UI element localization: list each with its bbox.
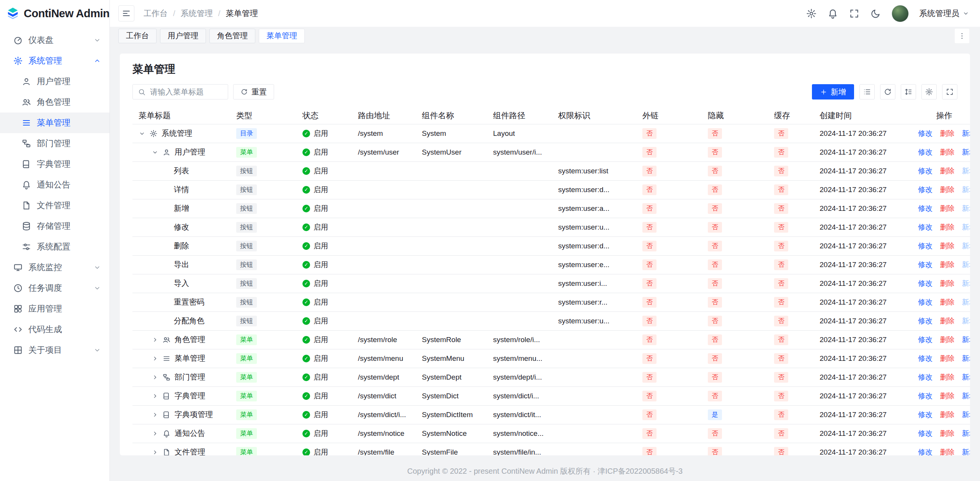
delete-link[interactable]: 删除 bbox=[940, 411, 954, 419]
reset-button[interactable]: 重置 bbox=[233, 84, 274, 99]
edit-link[interactable]: 修改 bbox=[918, 167, 933, 175]
delete-link[interactable]: 删除 bbox=[940, 279, 954, 287]
sidebar-collapse-button[interactable] bbox=[118, 5, 134, 21]
sidebar-item[interactable]: 任务调度 bbox=[0, 278, 109, 298]
add-link[interactable]: 新增 bbox=[962, 129, 970, 137]
sidebar-subitem[interactable]: 角色管理 bbox=[0, 92, 109, 113]
chevron-right-icon[interactable] bbox=[152, 336, 158, 343]
menu-title-cell: 删除 bbox=[139, 241, 224, 251]
tab[interactable]: 工作台 bbox=[118, 29, 157, 43]
chevron-right-icon[interactable] bbox=[152, 430, 158, 437]
delete-link[interactable]: 删除 bbox=[940, 261, 954, 269]
delete-link[interactable]: 删除 bbox=[940, 448, 954, 456]
component-path-cell bbox=[487, 236, 552, 255]
table-fullscreen-button[interactable] bbox=[942, 84, 957, 99]
delete-link[interactable]: 删除 bbox=[940, 336, 954, 344]
delete-link[interactable]: 删除 bbox=[940, 167, 954, 175]
delete-link[interactable]: 删除 bbox=[940, 204, 954, 212]
edit-link[interactable]: 修改 bbox=[918, 317, 933, 325]
chevron-right-icon[interactable] bbox=[152, 374, 158, 381]
edit-link[interactable]: 修改 bbox=[918, 411, 933, 419]
chevron-right-icon[interactable] bbox=[152, 411, 158, 418]
edit-link[interactable]: 修改 bbox=[918, 298, 933, 306]
tab[interactable]: 菜单管理 bbox=[259, 29, 305, 43]
tab[interactable]: 角色管理 bbox=[209, 29, 255, 43]
sidebar-subitem[interactable]: 部门管理 bbox=[0, 133, 109, 154]
brand[interactable]: ContiNew Admin bbox=[0, 0, 109, 27]
chevron-right-icon[interactable] bbox=[152, 449, 158, 456]
chevron-right-icon[interactable] bbox=[152, 393, 158, 399]
sidebar-subitem[interactable]: 用户管理 bbox=[0, 71, 109, 92]
column-settings-button[interactable] bbox=[921, 84, 937, 99]
delete-link[interactable]: 删除 bbox=[940, 373, 954, 381]
edit-link[interactable]: 修改 bbox=[918, 148, 933, 156]
delete-link[interactable]: 删除 bbox=[940, 429, 954, 437]
edit-link[interactable]: 修改 bbox=[918, 279, 933, 287]
edit-link[interactable]: 修改 bbox=[918, 448, 933, 456]
tab-more-button[interactable] bbox=[955, 29, 969, 43]
add-link[interactable]: 新增 bbox=[962, 392, 970, 400]
menu-title: 导入 bbox=[174, 278, 189, 289]
edit-link[interactable]: 修改 bbox=[918, 186, 933, 194]
sidebar-subitem[interactable]: 通知公告 bbox=[0, 174, 109, 195]
gear-icon[interactable] bbox=[806, 8, 817, 19]
breadcrumb-item[interactable]: 菜单管理 bbox=[226, 8, 258, 19]
breadcrumb-item[interactable]: 系统管理 bbox=[181, 8, 213, 19]
sidebar-item[interactable]: 关于项目 bbox=[0, 340, 109, 360]
add-link[interactable]: 新增 bbox=[962, 148, 970, 156]
edit-link[interactable]: 修改 bbox=[918, 204, 933, 212]
sidebar-item[interactable]: 系统监控 bbox=[0, 257, 109, 278]
delete-link[interactable]: 删除 bbox=[940, 186, 954, 194]
sidebar-subitem[interactable]: 文件管理 bbox=[0, 195, 109, 216]
edit-link[interactable]: 修改 bbox=[918, 354, 933, 362]
component-path-cell: system/file/in... bbox=[487, 443, 552, 455]
gear-icon bbox=[13, 56, 23, 66]
delete-link[interactable]: 删除 bbox=[940, 223, 954, 231]
delete-link[interactable]: 删除 bbox=[940, 148, 954, 156]
edit-link[interactable]: 修改 bbox=[918, 129, 933, 137]
chevron-right-icon[interactable] bbox=[152, 355, 158, 362]
chevron-down-icon[interactable] bbox=[152, 149, 158, 156]
user-menu[interactable]: 系统管理员 bbox=[919, 8, 969, 19]
bell-icon[interactable] bbox=[827, 8, 838, 19]
sidebar-subitem[interactable]: 字典管理 bbox=[0, 154, 109, 174]
add-link[interactable]: 新增 bbox=[962, 448, 970, 456]
delete-link[interactable]: 删除 bbox=[940, 129, 954, 137]
sidebar-item[interactable]: 系统管理 bbox=[0, 51, 109, 71]
delete-link[interactable]: 删除 bbox=[940, 354, 954, 362]
delete-link[interactable]: 删除 bbox=[940, 242, 954, 250]
sidebar-item[interactable]: 应用管理 bbox=[0, 298, 109, 319]
edit-link[interactable]: 修改 bbox=[918, 242, 933, 250]
fullscreen-icon[interactable] bbox=[849, 8, 860, 19]
edit-link[interactable]: 修改 bbox=[918, 336, 933, 344]
breadcrumb-item[interactable]: 工作台 bbox=[144, 8, 168, 19]
tab[interactable]: 用户管理 bbox=[160, 29, 206, 43]
moon-icon[interactable] bbox=[870, 8, 881, 19]
sidebar-subitem[interactable]: 存储管理 bbox=[0, 216, 109, 236]
edit-link[interactable]: 修改 bbox=[918, 223, 933, 231]
sidebar-item[interactable]: 代码生成 bbox=[0, 319, 109, 340]
avatar[interactable] bbox=[892, 5, 909, 22]
status-enabled-icon: ✓ bbox=[302, 392, 310, 400]
sidebar-subitem[interactable]: 系统配置 bbox=[0, 236, 109, 257]
refresh-table-button[interactable] bbox=[880, 84, 895, 99]
add-link[interactable]: 新增 bbox=[962, 411, 970, 419]
delete-link[interactable]: 删除 bbox=[940, 392, 954, 400]
delete-link[interactable]: 删除 bbox=[940, 317, 954, 325]
row-height-button[interactable] bbox=[901, 84, 916, 99]
edit-link[interactable]: 修改 bbox=[918, 429, 933, 437]
batch-list-button[interactable] bbox=[859, 84, 875, 99]
edit-link[interactable]: 修改 bbox=[918, 373, 933, 381]
add-button[interactable]: 新增 bbox=[812, 84, 854, 99]
add-link[interactable]: 新增 bbox=[962, 354, 970, 362]
delete-link[interactable]: 删除 bbox=[940, 298, 954, 306]
edit-link[interactable]: 修改 bbox=[918, 261, 933, 269]
add-link[interactable]: 新增 bbox=[962, 336, 970, 344]
sidebar-subitem[interactable]: 菜单管理 bbox=[0, 113, 109, 133]
add-link[interactable]: 新增 bbox=[962, 373, 970, 381]
sidebar-item[interactable]: 仪表盘 bbox=[0, 30, 109, 51]
chevron-down-icon[interactable] bbox=[139, 130, 145, 137]
add-link[interactable]: 新增 bbox=[962, 429, 970, 437]
edit-link[interactable]: 修改 bbox=[918, 392, 933, 400]
search-input[interactable] bbox=[149, 87, 223, 97]
